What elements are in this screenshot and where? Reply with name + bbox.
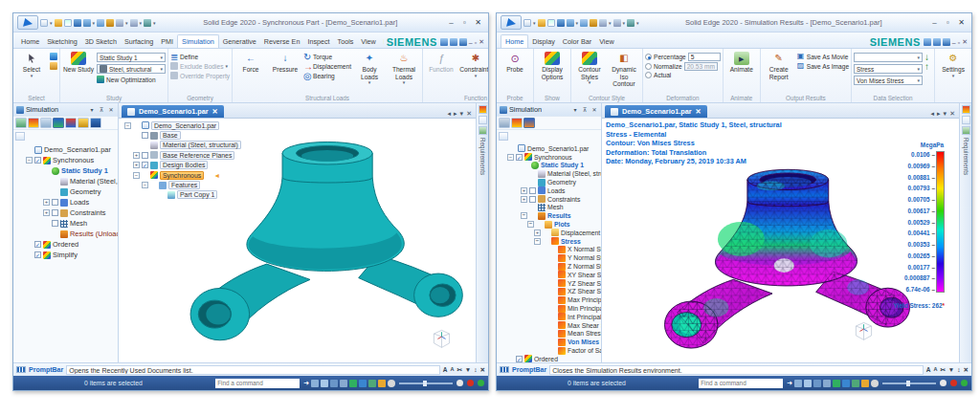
qat-customize-icon[interactable]: ▾	[153, 20, 156, 26]
tree-item[interactable]: Mean Stress	[498, 330, 601, 339]
color-bar[interactable]	[936, 151, 945, 293]
teamcenter-icon[interactable]	[924, 38, 931, 46]
view-styles-icon[interactable]	[368, 380, 376, 387]
zoom-slider-thumb[interactable]	[423, 381, 427, 386]
deformation-value-field[interactable]: 20.53 mm	[684, 62, 718, 71]
display-options-button[interactable]: Display Options	[536, 50, 568, 94]
ribbon-tab[interactable]: Color Bar	[559, 35, 595, 48]
radio-icon[interactable]	[645, 63, 652, 70]
view-cube[interactable]	[429, 325, 455, 353]
tree-item[interactable]: + Constraints	[14, 208, 118, 218]
record-dot-icon[interactable]	[467, 380, 474, 386]
cut-icon[interactable]: ✂	[457, 366, 461, 374]
ribbon-tab[interactable]: Sketching	[43, 35, 81, 48]
visible-faces-icon[interactable]	[388, 380, 395, 387]
tree-item[interactable]: XY Shear Stress	[498, 271, 601, 279]
force-button[interactable]: Force	[234, 50, 267, 94]
new-optimization-button[interactable]: New Optimization	[97, 76, 166, 83]
requirements-tab[interactable]: Requirements	[963, 138, 969, 175]
zoom-slider-thumb[interactable]	[906, 381, 910, 386]
find-command-input[interactable]	[699, 379, 783, 388]
help-icon[interactable]	[943, 38, 950, 46]
tree-item[interactable]: Material (Steel, structural)	[14, 176, 118, 186]
window-icon[interactable]	[144, 19, 151, 27]
checkbox-icon[interactable]: ✓	[142, 162, 148, 168]
tree-item[interactable]: Results (Unloaded)	[14, 229, 118, 239]
pathfinder-item[interactable]: + Base Reference Planes	[122, 150, 241, 160]
expand-icon[interactable]: −	[521, 212, 527, 219]
redo-caret-icon[interactable]: ▾	[140, 20, 143, 26]
redo-caret-icon[interactable]: ▾	[623, 20, 626, 26]
stress-model-3d[interactable]	[604, 163, 941, 362]
panel-tab-pathfinder-icon[interactable]	[511, 118, 523, 128]
expand-icon[interactable]: +	[43, 209, 50, 216]
panel-header[interactable]: Simulation ▾ ⊼ ✕	[497, 103, 601, 117]
checkbox-icon[interactable]	[529, 196, 536, 203]
font-increase-icon[interactable]: A	[443, 366, 448, 374]
checkbox-icon[interactable]	[52, 209, 58, 216]
common-views-icon[interactable]	[842, 380, 850, 387]
arrow-tool-icon[interactable]: ➜	[303, 380, 309, 387]
redo-icon[interactable]	[130, 19, 138, 27]
swap-icon[interactable]: ↕	[474, 366, 477, 374]
ribbon-tab[interactable]: View	[595, 35, 617, 48]
result-component-select[interactable]: Von Mises Stress▾	[854, 76, 923, 85]
zoom-slider[interactable]	[882, 382, 936, 384]
view-styles-icon[interactable]	[852, 380, 859, 387]
screen-icon[interactable]	[580, 19, 588, 27]
panel-tab-simulation-icon[interactable]	[53, 118, 64, 128]
tree-item[interactable]: Demo_Scenario1.par	[14, 144, 118, 155]
deformation-option[interactable]: Normalize 20.53 mm	[645, 62, 721, 71]
panel-header[interactable]: Simulation ▾ ⊼ ✕	[13, 103, 118, 117]
doc-close-icon[interactable]: ✕	[949, 110, 955, 118]
new-caret-icon[interactable]: ▾	[50, 20, 53, 26]
status-neutral-dot-icon[interactable]	[457, 380, 463, 386]
docs-icon[interactable]	[450, 38, 457, 46]
tree-item[interactable]: − Stress	[498, 237, 601, 246]
select-button[interactable]: Select ▾	[15, 50, 48, 94]
tree-item[interactable]: ✓ Ordered	[498, 355, 601, 362]
study-select[interactable]: Static Study 1▾	[97, 53, 166, 62]
bearing-button[interactable]: Bearing	[303, 72, 351, 79]
sensors-tab-icon[interactable]	[479, 126, 487, 135]
requirements-tab[interactable]: Requirements	[479, 138, 486, 175]
open-icon[interactable]	[538, 19, 546, 27]
study-manager-icon[interactable]	[15, 132, 25, 141]
edgebar-tool-icon[interactable]	[962, 105, 970, 114]
doc-close-icon[interactable]: ✕	[479, 38, 484, 46]
titlebar[interactable]: ▾ ▾ ▾ ▾ ▾ Solid Edge 2020 - Synchronous …	[13, 13, 488, 33]
checkbox-icon[interactable]: ✓	[34, 157, 41, 164]
body-loads-button[interactable]: Body Loads▾	[353, 50, 386, 94]
graphics-canvas[interactable]: − Demo_Scenario1.par Base	[119, 119, 476, 362]
zoom-area-icon[interactable]	[794, 380, 802, 387]
tree-item[interactable]: − ✓ Synchronous	[14, 155, 118, 165]
expand-icon[interactable]: −	[507, 154, 514, 161]
pathfinder-item[interactable]: Base	[122, 130, 241, 140]
new-document-icon[interactable]	[523, 19, 531, 27]
contour-styles-button[interactable]: Contour Styles▾	[573, 50, 606, 94]
minimize-button[interactable]: –	[928, 18, 941, 27]
style-icon[interactable]	[106, 19, 114, 27]
tree-item[interactable]: Mesh	[14, 218, 118, 229]
undo-caret-icon[interactable]: ▾	[609, 20, 612, 26]
doc-prev-icon[interactable]: ◂	[931, 110, 935, 118]
expand-icon[interactable]: −	[534, 238, 541, 245]
expand-icon[interactable]: +	[133, 152, 140, 159]
new-caret-icon[interactable]: ▾	[533, 20, 536, 26]
print-caret-icon[interactable]: ▾	[93, 20, 96, 26]
open-icon[interactable]	[55, 19, 62, 27]
window-layout-icon[interactable]	[378, 380, 386, 387]
ribbon-tab[interactable]: View	[357, 35, 379, 48]
expand-icon[interactable]: +	[43, 199, 50, 206]
panel-tab-probe-icon[interactable]	[499, 118, 510, 128]
font-increase-icon[interactable]: A	[926, 366, 931, 374]
exclude-bodies-button[interactable]: Exclude Bodies▾	[170, 62, 230, 70]
panel-close-icon[interactable]: ✕	[107, 106, 115, 113]
panel-tab-family-icon[interactable]	[90, 118, 101, 128]
doc-list-icon[interactable]: ▾	[944, 110, 947, 118]
app-logo-icon[interactable]	[501, 15, 522, 30]
tree-item[interactable]: Factor of Safety	[498, 346, 601, 355]
tree-item[interactable]: − Plots	[498, 220, 601, 229]
qat-customize-icon[interactable]: ▾	[636, 20, 639, 26]
tree-item[interactable]: YZ Shear Stress	[498, 279, 601, 288]
